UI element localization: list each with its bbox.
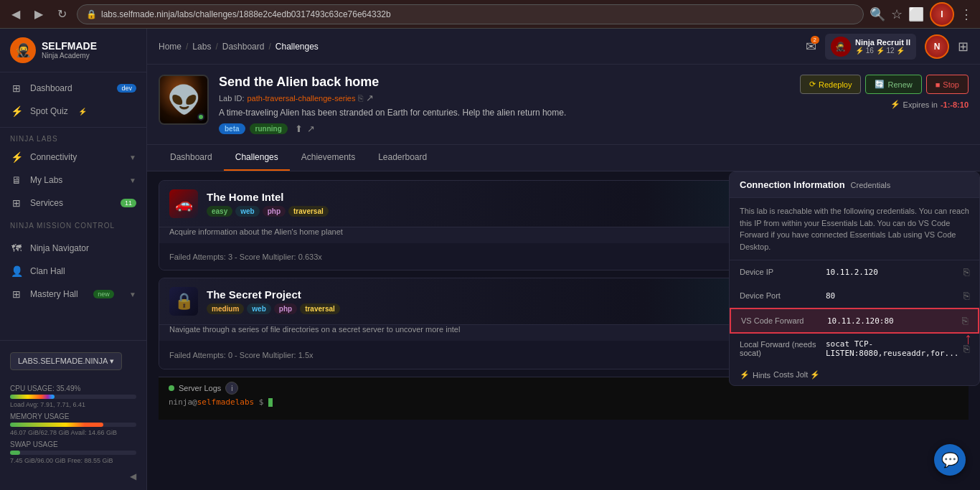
conn-vscode-copy[interactable]: ⎘ — [962, 315, 968, 326]
lab-actions: ⟳ Redeploy 🔄 Renew ■ Stop ⚡ Expires in — [800, 75, 969, 109]
top-nav-right: ✉ 2 🥷 Ninja Recruit II ⚡ 16 ⚡ 12 ⚡ — [806, 34, 969, 60]
user-bolts-icon: ⚡ — [876, 47, 885, 55]
stop-button[interactable]: ■ Stop — [926, 75, 969, 94]
conn-title: Connection Information — [740, 179, 845, 190]
nav-forward-button[interactable]: ▶ — [30, 4, 47, 24]
mastery-label: Mastery Hall — [30, 289, 78, 299]
sidebar-item-ninja-navigator[interactable]: 🗺 Ninja Navigator — [0, 237, 146, 260]
cpu-section: CPU USAGE: 35.49% Load Avg: 7.91, 7.71, … — [0, 376, 146, 468]
services-badge: 11 — [121, 199, 136, 207]
share-icon[interactable]: ↗ — [366, 93, 374, 103]
top-nav: ⊞ Dashboard dev ⚡ Spot Quiz ⚡ — [0, 72, 146, 128]
chat-icon: 💬 — [941, 451, 959, 468]
tab-achievements[interactable]: Achievements — [290, 145, 367, 171]
lock-thumb-icon: 🔒 — [174, 292, 194, 311]
connectivity-arrow: ▼ — [129, 154, 136, 161]
tag-running: running — [250, 123, 288, 134]
labs-button[interactable]: LABS.SELFMADE.NINJA ▾ — [10, 352, 122, 370]
ninja-labs-label: NINJA LABS — [0, 128, 146, 146]
star-icon[interactable]: ☆ — [891, 6, 903, 22]
sidebar-item-dashboard[interactable]: ⊞ Dashboard dev — [0, 77, 146, 100]
services-label: Services — [30, 198, 63, 208]
lab-description: A time-traveling Alien has been stranded… — [219, 108, 790, 118]
sidebar-item-mastery-hall[interactable]: ⊞ Mastery Hall new ▼ — [0, 283, 146, 306]
user-bolts-value: 12 — [886, 47, 894, 55]
collapse-button[interactable]: ◀ — [0, 468, 146, 484]
notifications-button[interactable]: ✉ 2 — [806, 39, 816, 55]
conn-device-port-row: Device Port 80 ⎘ — [730, 284, 979, 308]
conn-device-port-copy[interactable]: ⎘ — [963, 290, 969, 301]
renew-icon: 🔄 — [875, 80, 885, 89]
lab-id-link[interactable]: path-traversal-challenge-series — [247, 94, 355, 103]
terminal-info-btn[interactable]: i — [225, 382, 238, 395]
user-level: ⚡ — [855, 47, 864, 55]
stop-icon: ■ — [936, 80, 941, 89]
user-stats: ⚡ 16 ⚡ 12 ⚡ — [855, 47, 910, 55]
sidebar-item-services[interactable]: ⊞ Services 11 — [0, 192, 146, 215]
conn-vscode-row: VS Code Forward 10.11.2.120:80 ⎘ ↑ — [730, 308, 979, 334]
copy-icon[interactable]: ⎘ — [358, 93, 363, 103]
tab-leaderboard[interactable]: Leaderboard — [367, 145, 438, 171]
cpu-bar — [10, 395, 55, 399]
sidebar-item-my-labs[interactable]: 🖥 My Labs ▼ — [0, 169, 146, 192]
breadcrumb: Home / Labs / Dashboard / Challenges — [159, 42, 319, 52]
mastery-arrow: ▼ — [129, 291, 136, 298]
user-avatar: 🥷 — [831, 37, 851, 57]
conn-device-port-value: 80 — [826, 291, 959, 301]
brand-sub: Ninja Academy — [42, 52, 97, 60]
conn-device-ip-copy[interactable]: ⎘ — [963, 266, 969, 278]
search-icon[interactable]: 🔍 — [870, 6, 885, 22]
user-details: Ninja Recruit II ⚡ 16 ⚡ 12 ⚡ — [855, 38, 910, 55]
sidebar-item-spot-quiz[interactable]: ⚡ Spot Quiz ⚡ — [0, 100, 146, 123]
user-info[interactable]: 🥷 Ninja Recruit II ⚡ 16 ⚡ 12 ⚡ — [825, 34, 916, 60]
tag-share-icon[interactable]: ⬆ — [295, 123, 303, 134]
url-bar[interactable]: 🔒 labs.selfmade.ninja/labs/challenges/18… — [77, 4, 864, 24]
conn-local-forward-row: Local Forward (needs socat) socat TCP-LI… — [730, 334, 979, 364]
profile-icon[interactable]: I — [930, 2, 954, 27]
breadcrumb-dashboard[interactable]: Dashboard — [222, 42, 265, 52]
url-text: labs.selfmade.ninja/labs/challenges/1888… — [101, 9, 391, 19]
swap-bar-container — [10, 451, 136, 455]
hints-suffix: Costs Jolt ⚡ — [773, 370, 820, 380]
connection-panel: Connection Information Credentials This … — [729, 171, 980, 386]
hints-label: Hints — [753, 371, 771, 380]
conn-vscode-value: 10.11.2.120:80 — [827, 316, 958, 326]
nav-back-button[interactable]: ◀ — [7, 4, 24, 24]
navigator-icon: 🗺 — [10, 242, 23, 254]
conn-credentials-tab[interactable]: Credentials — [851, 181, 891, 189]
services-icon: ⊞ — [10, 197, 23, 209]
terminal-symbol: $ — [259, 397, 268, 407]
tag-external-icon[interactable]: ↗ — [307, 123, 315, 134]
attempts-text-1: Failed Attempts: 3 - Score Multiplier: 0… — [169, 253, 801, 261]
sidebar-item-clan-hall[interactable]: 👤 Clan Hall — [0, 260, 146, 283]
tab-challenges[interactable]: Challenges — [224, 145, 290, 171]
lab-info: Send the Alien back home Lab ID: path-tr… — [219, 75, 790, 134]
ninja-mission-label: NINJA MISSION CONTROL — [0, 215, 146, 232]
navigator-label: Ninja Navigator — [30, 243, 89, 253]
breadcrumb-home[interactable]: Home — [159, 42, 182, 52]
chat-button[interactable]: 💬 — [934, 444, 966, 476]
conn-hints: ⚡ Hints Costs Jolt ⚡ — [740, 370, 820, 380]
my-labs-arrow: ▼ — [129, 176, 136, 184]
lab-id-prefix: Lab ID: — [219, 94, 244, 103]
profile-avatar[interactable]: N — [925, 34, 949, 59]
redeploy-button[interactable]: ⟳ Redeploy — [800, 75, 861, 94]
tab-dashboard[interactable]: Dashboard — [159, 145, 224, 171]
grid-menu-icon[interactable]: ⊞ — [958, 39, 969, 55]
menu-icon[interactable]: ⋮ — [960, 6, 973, 22]
profile-initial: N — [934, 42, 941, 52]
breadcrumb-labs[interactable]: Labs — [192, 42, 211, 52]
sidebar-item-connectivity[interactable]: ⚡ Connectivity ▼ — [0, 146, 146, 169]
sidebar: 🥷 SELFMADE Ninja Academy ⊞ Dashboard dev… — [0, 29, 147, 490]
lab-header: 👽 Send the Alien back home Lab ID: path-… — [147, 65, 980, 145]
top-nav-bar: Home / Labs / Dashboard / Challenges ✉ 2… — [147, 29, 980, 65]
terminal-host-text: selfmadelabs — [197, 397, 254, 407]
renew-button[interactable]: 🔄 Renew — [865, 75, 921, 94]
tag-medium: medium — [207, 303, 244, 314]
expires-time: -1:-8:10 — [941, 100, 969, 109]
content-tabs: Dashboard Challenges Achievements Leader… — [147, 145, 980, 171]
conn-device-ip-value: 10.11.2.120 — [826, 268, 959, 277]
nav-refresh-button[interactable]: ↻ — [53, 4, 71, 24]
tablet-icon[interactable]: ⬜ — [908, 6, 924, 22]
my-labs-label: My Labs — [30, 175, 62, 185]
